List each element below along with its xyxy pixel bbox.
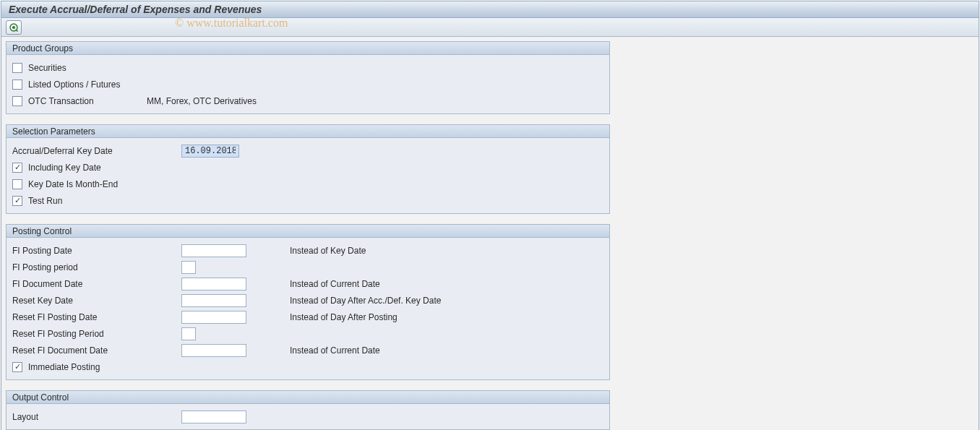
label-immediate-posting: Immediate Posting xyxy=(28,362,104,372)
hint-reset-key-date: Instead of Day After Acc./Def. Key Date xyxy=(290,296,441,306)
app-window: Execute Accrual/Deferral of Expenses and… xyxy=(1,1,979,430)
group-header-posting: Posting Control xyxy=(7,225,609,238)
checkbox-immediate-posting[interactable]: ✓ xyxy=(12,362,22,372)
label-test-run: Test Run xyxy=(28,196,66,206)
group-header-selection: Selection Parameters xyxy=(7,125,609,138)
group-header-output: Output Control xyxy=(7,391,609,404)
hint-reset-fi-posting-date: Instead of Day After Posting xyxy=(290,312,397,322)
input-reset-fi-posting-period[interactable] xyxy=(181,327,196,340)
group-output-control: Output Control Layout xyxy=(6,390,610,430)
input-fi-posting-period[interactable] xyxy=(181,261,196,274)
group-header-product: Product Groups xyxy=(7,42,609,55)
label-reset-fi-posting-period: Reset FI Posting Period xyxy=(12,329,179,339)
input-reset-fi-posting-date[interactable] xyxy=(181,311,246,324)
label-reset-key-date: Reset Key Date xyxy=(12,296,179,306)
input-accrual-key-date[interactable] xyxy=(181,145,239,158)
label-fi-posting-date: FI Posting Date xyxy=(12,246,179,256)
label-otc-sub: MM, Forex, OTC Derivatives xyxy=(147,96,257,106)
checkbox-key-date-month-end[interactable] xyxy=(12,179,22,189)
checkbox-including-key-date[interactable]: ✓ xyxy=(12,163,22,173)
hint-fi-doc-date: Instead of Current Date xyxy=(290,279,380,289)
execute-button[interactable] xyxy=(6,20,22,35)
toolbar: © www.tutorialkart.com xyxy=(1,18,979,37)
label-including-key-date: Including Key Date xyxy=(28,163,106,173)
label-reset-fi-doc-date: Reset FI Document Date xyxy=(12,345,179,356)
checkbox-securities[interactable] xyxy=(12,63,22,73)
input-reset-fi-doc-date[interactable] xyxy=(181,344,246,357)
group-posting-control: Posting Control FI Posting Date Instead … xyxy=(6,224,610,380)
label-fi-posting-period: FI Posting period xyxy=(12,262,179,272)
group-selection-parameters: Selection Parameters Accrual/Deferral Ke… xyxy=(6,124,610,214)
execute-icon xyxy=(9,22,19,33)
svg-point-2 xyxy=(12,26,15,29)
label-listed-options: Listed Options / Futures xyxy=(28,79,124,90)
label-otc-transaction: OTC Transaction xyxy=(28,96,129,106)
hint-reset-fi-doc-date: Instead of Current Date xyxy=(290,345,380,356)
label-reset-fi-posting-date: Reset FI Posting Date xyxy=(12,312,179,322)
label-layout: Layout xyxy=(12,412,179,422)
input-fi-posting-date[interactable] xyxy=(181,244,246,257)
page-title: Execute Accrual/Deferral of Expenses and… xyxy=(1,1,979,18)
checkbox-listed-options[interactable] xyxy=(12,79,22,90)
group-product-groups: Product Groups Securities Listed Options… xyxy=(6,41,610,114)
content-area: Product Groups Securities Listed Options… xyxy=(1,37,979,430)
hint-fi-posting-date: Instead of Key Date xyxy=(290,246,366,256)
label-key-date-month-end: Key Date Is Month-End xyxy=(28,179,122,189)
label-accrual-key-date: Accrual/Deferral Key Date xyxy=(12,146,179,156)
input-layout[interactable] xyxy=(181,410,246,423)
input-reset-key-date[interactable] xyxy=(181,294,246,307)
form-column: Product Groups Securities Listed Options… xyxy=(6,41,610,430)
label-securities: Securities xyxy=(28,63,71,73)
watermark: © www.tutorialkart.com xyxy=(175,17,288,30)
input-fi-doc-date[interactable] xyxy=(181,278,246,291)
checkbox-otc-transaction[interactable] xyxy=(12,96,22,106)
label-fi-doc-date: FI Document Date xyxy=(12,279,179,289)
checkbox-test-run[interactable]: ✓ xyxy=(12,196,22,206)
svg-line-1 xyxy=(16,29,18,31)
